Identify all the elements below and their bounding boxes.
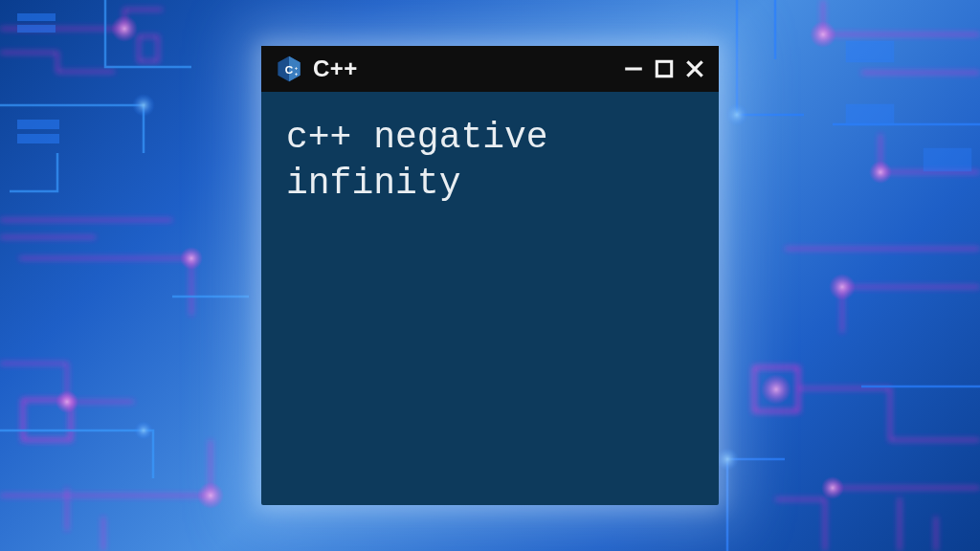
terminal-window: C + + C++ c++ negative infinity (261, 46, 719, 505)
minimize-button[interactable] (623, 58, 644, 79)
svg-point-12 (56, 390, 78, 413)
svg-rect-3 (847, 42, 893, 61)
svg-point-18 (761, 374, 791, 405)
terminal-content: c++ negative infinity (261, 92, 719, 505)
svg-rect-5 (924, 149, 970, 170)
svg-rect-4 (847, 105, 893, 124)
window-controls (623, 58, 705, 79)
titlebar[interactable]: C + + C++ (261, 46, 719, 92)
maximize-button[interactable] (654, 58, 675, 79)
svg-point-10 (111, 15, 138, 42)
svg-point-20 (725, 103, 748, 126)
svg-point-11 (180, 247, 203, 270)
svg-point-17 (829, 274, 856, 300)
svg-rect-8 (17, 120, 59, 129)
svg-rect-7 (17, 25, 56, 33)
svg-rect-0 (23, 400, 71, 440)
svg-text:+: + (295, 71, 299, 77)
svg-rect-6 (17, 13, 56, 21)
svg-rect-9 (17, 134, 59, 143)
svg-point-15 (810, 21, 836, 48)
close-button[interactable] (684, 58, 705, 79)
cpp-logo-icon: C + + (275, 55, 303, 83)
svg-rect-29 (657, 61, 671, 76)
window-title: C++ (313, 55, 613, 82)
svg-rect-1 (139, 36, 158, 61)
svg-point-13 (197, 482, 224, 509)
svg-rect-2 (754, 367, 798, 411)
svg-point-21 (716, 448, 739, 471)
svg-point-22 (134, 421, 153, 440)
svg-point-19 (821, 476, 844, 499)
svg-point-16 (869, 161, 892, 184)
svg-text:C: C (285, 63, 294, 76)
svg-point-14 (132, 94, 155, 117)
